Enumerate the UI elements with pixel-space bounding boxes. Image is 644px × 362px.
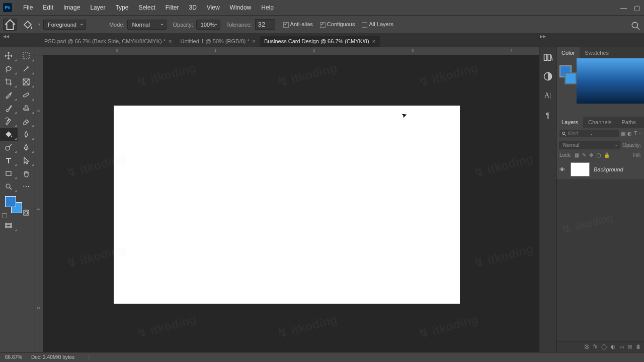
layer-name-label[interactable]: Background — [594, 166, 623, 172]
canvas-area[interactable]: 0 1 2 3 4 0 1 2 ➤ itkoding itkoding itko… — [35, 47, 539, 352]
stamp-tool[interactable] — [18, 102, 35, 115]
mask-icon[interactable]: ◯ — [601, 344, 607, 349]
layer-thumbnail[interactable] — [571, 162, 590, 176]
wand-tool[interactable] — [18, 62, 35, 75]
document-canvas[interactable] — [114, 106, 460, 304]
libraries-icon[interactable] — [543, 52, 553, 62]
document-tab-2[interactable]: Business Card Design @ 66.7% (CMYK/8)× — [260, 36, 380, 47]
lock-brush-icon[interactable]: ✎ — [582, 152, 586, 158]
frame-tool[interactable] — [18, 75, 35, 88]
close-icon[interactable]: × — [372, 38, 375, 44]
tab-swatches[interactable]: Swatches — [580, 47, 614, 58]
menu-select[interactable]: Select — [133, 1, 160, 14]
window-minimize-button[interactable]: ― — [620, 4, 627, 12]
menu-filter[interactable]: Filter — [160, 1, 184, 14]
zoom-level[interactable]: 66.67% — [5, 354, 22, 360]
pen-tool[interactable] — [18, 141, 35, 154]
layer-filter-input[interactable] — [568, 131, 588, 136]
quickmask-tool[interactable] — [18, 206, 35, 219]
close-icon[interactable]: × — [253, 38, 256, 44]
hand-tool[interactable] — [18, 167, 35, 180]
marquee-tool[interactable] — [18, 49, 35, 62]
adjustments-icon[interactable] — [543, 71, 553, 81]
blend-mode-dropdown[interactable]: Normal — [127, 20, 167, 30]
filter-shape-icon[interactable]: ▫ — [639, 131, 641, 136]
move-tool[interactable] — [0, 49, 18, 62]
foreground-color-swatch[interactable] — [5, 196, 16, 207]
vertical-ruler[interactable]: 0 1 2 — [35, 55, 43, 352]
bucket-tool[interactable] — [0, 128, 18, 141]
menu-view[interactable]: View — [202, 1, 225, 14]
menu-3d[interactable]: 3D — [184, 1, 201, 14]
delete-layer-icon[interactable]: 🗑 — [636, 344, 641, 349]
layer-blend-dropdown[interactable]: Normal — [559, 141, 620, 149]
character-icon[interactable]: A| — [543, 90, 553, 101]
path-select-tool[interactable] — [18, 154, 35, 167]
document-tab-0[interactable]: PSD.psd @ 66.7% (Back Side, CMYK/8/CMYK)… — [40, 36, 176, 47]
home-button[interactable] — [3, 19, 17, 31]
collapse-right-icon[interactable]: ▶▶ — [540, 34, 546, 39]
document-tab-1[interactable]: Untitled-1 @ 50% (RGB/8) *× — [176, 36, 260, 47]
current-tool-icon[interactable] — [22, 19, 33, 30]
visibility-icon[interactable]: 👁 — [559, 166, 567, 172]
shape-tool[interactable] — [0, 167, 18, 180]
contiguous-checkbox[interactable] — [320, 22, 326, 28]
zoom-tool[interactable] — [0, 180, 18, 193]
layer-filter-kind[interactable]: ⌄ — [559, 130, 619, 137]
menu-image[interactable]: Image — [58, 1, 85, 14]
fx-icon[interactable]: fx — [593, 344, 597, 349]
menu-layer[interactable]: Layer — [85, 1, 110, 14]
link-layers-icon[interactable]: ⛓ — [584, 344, 589, 349]
tab-color[interactable]: Color — [556, 47, 580, 58]
more-tools[interactable]: ⋯ — [18, 180, 35, 193]
paragraph-icon[interactable]: ¶ — [543, 110, 553, 120]
adjustment-layer-icon[interactable]: ◐ — [611, 344, 615, 349]
window-maximize-button[interactable]: ▢ — [634, 4, 640, 12]
tolerance-input[interactable] — [255, 19, 275, 30]
antialias-checkbox[interactable] — [283, 22, 289, 28]
document-size[interactable]: Doc: 2.40M/0 bytes — [31, 354, 74, 360]
menu-file[interactable]: File — [18, 1, 38, 14]
ruler-origin[interactable] — [35, 47, 43, 55]
lock-position-icon[interactable]: ✥ — [589, 152, 593, 158]
color-swatches[interactable]: ⤺ — [0, 193, 18, 219]
status-menu-icon[interactable]: 〉 — [88, 354, 93, 361]
horizontal-ruler[interactable]: 0 1 2 3 4 — [43, 47, 539, 55]
menu-window[interactable]: Window — [225, 1, 257, 14]
fill-source-dropdown[interactable]: Foreground — [43, 20, 86, 30]
lock-all-icon[interactable]: 🔒 — [604, 152, 610, 158]
crop-tool[interactable] — [0, 75, 18, 88]
lasso-tool[interactable] — [0, 62, 18, 75]
tab-paths[interactable]: Paths — [617, 117, 641, 128]
dodge-tool[interactable] — [0, 141, 18, 154]
new-layer-icon[interactable]: ⊞ — [628, 344, 632, 349]
healing-tool[interactable] — [18, 88, 35, 102]
search-icon[interactable] — [631, 21, 640, 30]
group-icon[interactable]: ▭ — [619, 344, 624, 349]
eraser-tool[interactable] — [18, 115, 35, 128]
menu-help[interactable]: Help — [256, 1, 279, 14]
brush-tool[interactable] — [0, 102, 18, 115]
layer-item-background[interactable]: 👁 Background — [556, 159, 644, 180]
filter-pixel-icon[interactable]: ▦ — [621, 131, 625, 136]
type-tool[interactable] — [0, 154, 18, 167]
menu-type[interactable]: Type — [110, 1, 133, 14]
history-brush-tool[interactable] — [0, 115, 18, 128]
lock-pixels-icon[interactable]: ▦ — [575, 152, 579, 158]
bg-color-chip[interactable] — [565, 72, 577, 84]
opacity-input[interactable]: 100% — [196, 20, 220, 30]
screenmode-tool[interactable] — [0, 219, 18, 232]
close-icon[interactable]: × — [169, 38, 172, 44]
eyedropper-tool[interactable] — [0, 88, 18, 102]
default-colors-icon[interactable] — [2, 213, 7, 218]
filter-type-icon[interactable]: T — [634, 131, 637, 136]
menu-edit[interactable]: Edit — [38, 1, 58, 14]
collapse-left-icon[interactable]: ◀◀ — [3, 34, 9, 39]
color-picker-field[interactable] — [577, 58, 644, 104]
all-layers-checkbox[interactable] — [362, 22, 367, 28]
lock-artboard-icon[interactable]: ▢ — [596, 152, 601, 158]
tab-channels[interactable]: Channels — [583, 117, 616, 128]
filter-adjust-icon[interactable]: ◐ — [627, 131, 632, 136]
tab-layers[interactable]: Layers — [556, 117, 583, 128]
blur-tool[interactable] — [18, 128, 35, 141]
